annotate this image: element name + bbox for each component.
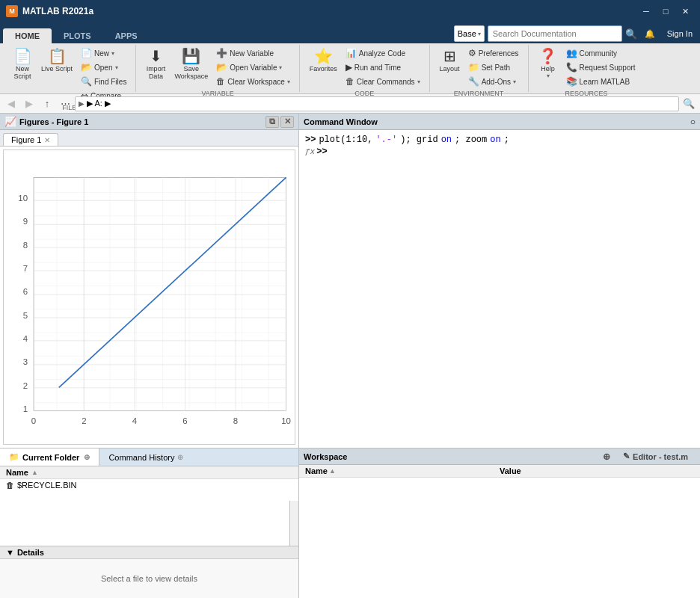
editor-tab[interactable]: ✎ Editor - test.m	[615, 451, 696, 461]
find-files-button[interactable]: 🔍 Find Files	[78, 75, 129, 88]
set-path-button[interactable]: 📁 Set Path	[465, 61, 522, 74]
community-button[interactable]: 👥 Community	[563, 46, 639, 60]
svg-text:1: 1	[23, 404, 28, 413]
layout-button[interactable]: ⊞ Layout	[436, 46, 464, 84]
new-script-button[interactable]: 📄 NewScript	[9, 46, 36, 84]
add-ons-arrow-icon: ▾	[513, 78, 516, 85]
analyze-code-button[interactable]: 📊 Analyze Code	[343, 46, 423, 60]
matlab-logo-icon: M	[6, 5, 18, 17]
search-toolbar-button[interactable]: 🔍	[681, 96, 697, 111]
folder-tab-options-icon[interactable]: ⊕	[84, 453, 90, 461]
tab-command-history[interactable]: Command History ⊕	[99, 449, 192, 466]
preferences-button[interactable]: ⚙ Preferences	[465, 46, 522, 60]
request-support-button[interactable]: 📞 Request Support	[563, 61, 639, 74]
open-var-arrow-icon: ▾	[279, 64, 282, 71]
new-dropdown-arrow-icon: ▾	[111, 50, 114, 57]
sort-icon: ▲	[31, 469, 38, 476]
open-button[interactable]: 📂 Open ▾	[78, 61, 129, 74]
add-ons-button[interactable]: 🔧 Add-Ons ▾	[465, 75, 522, 88]
import-data-button[interactable]: ⬇ ImportData	[142, 46, 169, 84]
new-script-icon: 📄	[13, 49, 32, 64]
close-button[interactable]: ✕	[676, 4, 694, 19]
tab-plots[interactable]: PLOTS	[52, 28, 103, 43]
tab-current-folder[interactable]: 📁 Current Folder ⊕	[0, 449, 99, 466]
new-live-script-button[interactable]: 📋 Live Script	[37, 46, 76, 84]
variable-buttons: ⬇ ImportData 💾 SaveWorkspace ➕ New Varia…	[142, 46, 292, 88]
figure-tab-close-icon[interactable]: ✕	[44, 136, 50, 144]
app-title: MATLAB R2021a	[22, 6, 93, 16]
analyze-icon: 📊	[346, 48, 357, 58]
preferences-icon: ⚙	[468, 48, 476, 58]
cmd-kw-on-2: on	[490, 135, 500, 145]
new-variable-button[interactable]: ➕ New Variable	[213, 46, 293, 60]
svg-text:9: 9	[23, 217, 28, 226]
tab-home[interactable]: HOME	[3, 28, 52, 43]
find-files-icon: 🔍	[81, 76, 92, 87]
layout-icon: ⊞	[443, 49, 456, 64]
sign-in-button[interactable]: Sign In	[663, 28, 697, 40]
workspace-name-col: Name ▲	[305, 466, 500, 475]
clear-workspace-button[interactable]: 🗑 Clear Workspace ▾	[213, 75, 293, 88]
open-variable-button[interactable]: 📂 Open Variable ▾	[213, 61, 293, 74]
clear-commands-button[interactable]: 🗑 Clear Commands ▾	[343, 75, 423, 88]
workspace-value-col: Value	[500, 466, 694, 475]
svg-text:4: 4	[132, 416, 138, 425]
workspace-options-icon[interactable]: ⊕	[601, 451, 612, 463]
save-workspace-button[interactable]: 💾 SaveWorkspace	[171, 46, 212, 84]
cmd-history-tab-options-icon[interactable]: ⊕	[177, 453, 183, 461]
folder-scrollbar[interactable]	[289, 501, 298, 546]
minimize-button[interactable]: ─	[637, 4, 655, 19]
help-arrow-icon: ▾	[547, 73, 550, 79]
favorites-button[interactable]: ⭐ Favorites	[306, 46, 341, 84]
notification-button[interactable]: 🔔	[640, 28, 660, 40]
folder-column-header: Name ▲	[0, 466, 298, 479]
svg-text:10: 10	[281, 416, 291, 425]
bottom-left-panel: 📁 Current Folder ⊕ Command History ⊕ Nam…	[0, 449, 298, 598]
save-workspace-icon: 💾	[182, 49, 200, 64]
workspace-icon-buttons: ⊕	[601, 451, 612, 463]
cmd-line-2: ƒx >>	[305, 147, 694, 157]
folder-tab-icon: 📁	[9, 452, 19, 462]
figure-tab-1[interactable]: Figure 1 ✕	[3, 133, 58, 146]
maximize-button[interactable]: □	[657, 4, 675, 19]
search-area: Base ▾ 🔍 🔔 Sign In	[454, 25, 697, 42]
variable-small-buttons: ➕ New Variable 📂 Open Variable ▾ 🗑 Clear…	[213, 46, 293, 88]
svg-text:6: 6	[23, 287, 28, 296]
forward-button[interactable]: ▶	[21, 96, 37, 111]
add-ons-icon: 🔧	[468, 76, 479, 87]
base-dropdown[interactable]: Base ▾	[454, 25, 485, 42]
command-window-titlebar: Command Window ○	[299, 114, 700, 130]
tab-apps[interactable]: APPS	[103, 28, 150, 43]
address-bar[interactable]: ▶ ▶ A: ▶	[75, 96, 679, 111]
search-button[interactable]: 🔍	[625, 28, 637, 40]
workspace-sort-icon: ▲	[329, 467, 336, 475]
back-button[interactable]: ◀	[3, 96, 19, 111]
workspace-title: Workspace	[304, 452, 598, 461]
help-icon: ❓	[538, 49, 557, 64]
figure-titlebar: 📈 Figures - Figure 1 ⧉ ✕	[0, 114, 298, 130]
figure-restore-button[interactable]: ⧉	[265, 116, 279, 128]
cmd-code-string: '.-'	[375, 135, 397, 145]
ribbon-group-environment: ⊞ Layout ⚙ Preferences 📁 Set Path 🔧 Add-…	[430, 45, 529, 92]
learn-matlab-icon: 📚	[566, 76, 577, 87]
new-button[interactable]: 📄 New ▾	[78, 46, 129, 60]
run-and-time-button[interactable]: ▶ Run and Time	[343, 61, 423, 74]
command-window-body[interactable]: >> plot(1:10,'.-'); grid on; zoom on; ƒx…	[299, 130, 700, 448]
list-item[interactable]: 🗑 $RECYCLE.BIN	[0, 479, 298, 491]
up-button[interactable]: ↑	[39, 96, 55, 111]
svg-text:4: 4	[23, 334, 28, 343]
learn-matlab-button[interactable]: 📚 Learn MATLAB	[563, 75, 639, 88]
address-text: ▶ A: ▶	[87, 99, 111, 108]
fx-icon: ƒx	[305, 147, 315, 156]
clear-cmd-arrow-icon: ▾	[417, 78, 420, 85]
svg-text:2: 2	[82, 416, 86, 425]
help-button[interactable]: ❓ Help ▾	[535, 46, 562, 84]
titlebar: M MATLAB R2021a ─ □ ✕	[0, 0, 700, 22]
search-input[interactable]	[488, 25, 622, 42]
cmd-minimize-icon[interactable]: ○	[690, 117, 696, 127]
cmd-code-plain: plot(1:10,	[319, 135, 372, 145]
browse-button[interactable]: ⋯	[57, 96, 73, 111]
details-header[interactable]: ▼ Details	[0, 546, 298, 559]
plot-svg: 1 2 3 4 5 6 7 8 9 10 0 2	[4, 150, 295, 444]
figure-close-button[interactable]: ✕	[280, 116, 294, 128]
